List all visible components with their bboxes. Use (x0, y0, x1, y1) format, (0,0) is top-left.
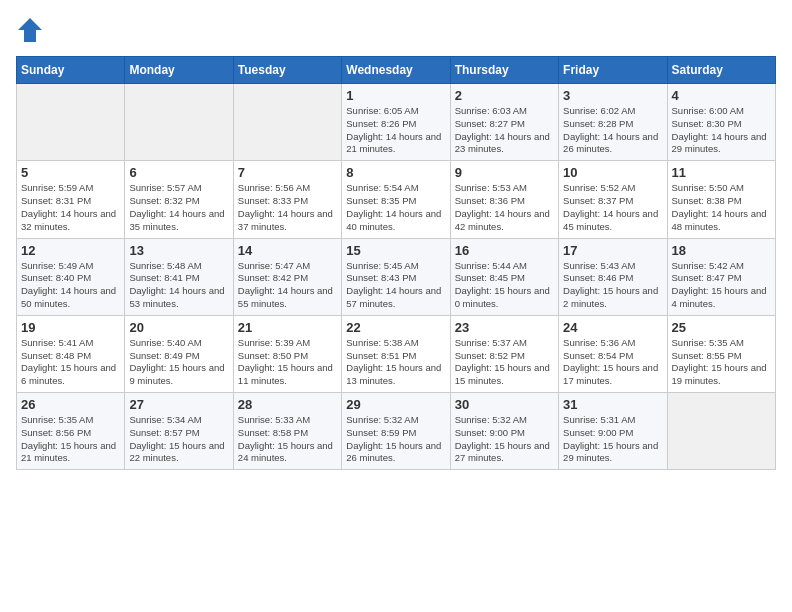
day-number: 17 (563, 243, 662, 258)
calendar-cell: 4Sunrise: 6:00 AMSunset: 8:30 PMDaylight… (667, 84, 775, 161)
calendar-header: SundayMondayTuesdayWednesdayThursdayFrid… (17, 57, 776, 84)
calendar-cell (233, 84, 341, 161)
calendar-cell: 28Sunrise: 5:33 AMSunset: 8:58 PMDayligh… (233, 393, 341, 470)
day-number: 22 (346, 320, 445, 335)
calendar-cell: 5Sunrise: 5:59 AMSunset: 8:31 PMDaylight… (17, 161, 125, 238)
calendar-cell: 24Sunrise: 5:36 AMSunset: 8:54 PMDayligh… (559, 315, 667, 392)
calendar-cell: 25Sunrise: 5:35 AMSunset: 8:55 PMDayligh… (667, 315, 775, 392)
calendar-cell (17, 84, 125, 161)
calendar-cell: 29Sunrise: 5:32 AMSunset: 8:59 PMDayligh… (342, 393, 450, 470)
day-number: 29 (346, 397, 445, 412)
calendar-cell: 20Sunrise: 5:40 AMSunset: 8:49 PMDayligh… (125, 315, 233, 392)
day-info: Sunrise: 5:43 AMSunset: 8:46 PMDaylight:… (563, 260, 662, 311)
logo-icon (16, 16, 44, 44)
calendar-cell: 17Sunrise: 5:43 AMSunset: 8:46 PMDayligh… (559, 238, 667, 315)
day-number: 23 (455, 320, 554, 335)
calendar-cell: 3Sunrise: 6:02 AMSunset: 8:28 PMDaylight… (559, 84, 667, 161)
weekday-header: Monday (125, 57, 233, 84)
calendar-cell: 8Sunrise: 5:54 AMSunset: 8:35 PMDaylight… (342, 161, 450, 238)
day-info: Sunrise: 5:34 AMSunset: 8:57 PMDaylight:… (129, 414, 228, 465)
day-number: 21 (238, 320, 337, 335)
calendar-cell: 18Sunrise: 5:42 AMSunset: 8:47 PMDayligh… (667, 238, 775, 315)
calendar-cell: 11Sunrise: 5:50 AMSunset: 8:38 PMDayligh… (667, 161, 775, 238)
day-info: Sunrise: 5:38 AMSunset: 8:51 PMDaylight:… (346, 337, 445, 388)
calendar-cell: 22Sunrise: 5:38 AMSunset: 8:51 PMDayligh… (342, 315, 450, 392)
day-number: 25 (672, 320, 771, 335)
weekday-header: Wednesday (342, 57, 450, 84)
calendar-cell: 30Sunrise: 5:32 AMSunset: 9:00 PMDayligh… (450, 393, 558, 470)
day-info: Sunrise: 5:41 AMSunset: 8:48 PMDaylight:… (21, 337, 120, 388)
day-info: Sunrise: 6:02 AMSunset: 8:28 PMDaylight:… (563, 105, 662, 156)
day-info: Sunrise: 5:52 AMSunset: 8:37 PMDaylight:… (563, 182, 662, 233)
day-number: 9 (455, 165, 554, 180)
calendar-cell: 19Sunrise: 5:41 AMSunset: 8:48 PMDayligh… (17, 315, 125, 392)
day-number: 27 (129, 397, 228, 412)
day-number: 3 (563, 88, 662, 103)
logo (16, 16, 48, 44)
weekday-header: Saturday (667, 57, 775, 84)
day-info: Sunrise: 5:47 AMSunset: 8:42 PMDaylight:… (238, 260, 337, 311)
day-number: 2 (455, 88, 554, 103)
svg-marker-0 (18, 18, 42, 42)
day-number: 14 (238, 243, 337, 258)
calendar-cell: 14Sunrise: 5:47 AMSunset: 8:42 PMDayligh… (233, 238, 341, 315)
day-info: Sunrise: 5:33 AMSunset: 8:58 PMDaylight:… (238, 414, 337, 465)
day-info: Sunrise: 5:45 AMSunset: 8:43 PMDaylight:… (346, 260, 445, 311)
day-info: Sunrise: 5:40 AMSunset: 8:49 PMDaylight:… (129, 337, 228, 388)
calendar-cell: 31Sunrise: 5:31 AMSunset: 9:00 PMDayligh… (559, 393, 667, 470)
calendar-week-row: 1Sunrise: 6:05 AMSunset: 8:26 PMDaylight… (17, 84, 776, 161)
day-info: Sunrise: 5:32 AMSunset: 8:59 PMDaylight:… (346, 414, 445, 465)
day-info: Sunrise: 5:39 AMSunset: 8:50 PMDaylight:… (238, 337, 337, 388)
calendar-cell: 6Sunrise: 5:57 AMSunset: 8:32 PMDaylight… (125, 161, 233, 238)
calendar-cell (125, 84, 233, 161)
page-header (16, 16, 776, 44)
calendar-cell: 23Sunrise: 5:37 AMSunset: 8:52 PMDayligh… (450, 315, 558, 392)
calendar-cell: 27Sunrise: 5:34 AMSunset: 8:57 PMDayligh… (125, 393, 233, 470)
weekday-header: Friday (559, 57, 667, 84)
day-number: 26 (21, 397, 120, 412)
day-info: Sunrise: 5:31 AMSunset: 9:00 PMDaylight:… (563, 414, 662, 465)
day-number: 4 (672, 88, 771, 103)
day-info: Sunrise: 5:50 AMSunset: 8:38 PMDaylight:… (672, 182, 771, 233)
day-info: Sunrise: 5:57 AMSunset: 8:32 PMDaylight:… (129, 182, 228, 233)
day-number: 19 (21, 320, 120, 335)
day-number: 31 (563, 397, 662, 412)
day-number: 16 (455, 243, 554, 258)
calendar-cell: 10Sunrise: 5:52 AMSunset: 8:37 PMDayligh… (559, 161, 667, 238)
day-number: 7 (238, 165, 337, 180)
day-info: Sunrise: 6:00 AMSunset: 8:30 PMDaylight:… (672, 105, 771, 156)
weekday-header: Tuesday (233, 57, 341, 84)
weekday-header: Thursday (450, 57, 558, 84)
day-info: Sunrise: 5:32 AMSunset: 9:00 PMDaylight:… (455, 414, 554, 465)
calendar-cell: 9Sunrise: 5:53 AMSunset: 8:36 PMDaylight… (450, 161, 558, 238)
day-info: Sunrise: 5:44 AMSunset: 8:45 PMDaylight:… (455, 260, 554, 311)
calendar-cell: 15Sunrise: 5:45 AMSunset: 8:43 PMDayligh… (342, 238, 450, 315)
day-info: Sunrise: 5:35 AMSunset: 8:55 PMDaylight:… (672, 337, 771, 388)
weekday-row: SundayMondayTuesdayWednesdayThursdayFrid… (17, 57, 776, 84)
day-number: 18 (672, 243, 771, 258)
day-info: Sunrise: 5:48 AMSunset: 8:41 PMDaylight:… (129, 260, 228, 311)
day-info: Sunrise: 5:35 AMSunset: 8:56 PMDaylight:… (21, 414, 120, 465)
day-number: 20 (129, 320, 228, 335)
day-info: Sunrise: 5:37 AMSunset: 8:52 PMDaylight:… (455, 337, 554, 388)
weekday-header: Sunday (17, 57, 125, 84)
day-number: 6 (129, 165, 228, 180)
day-number: 12 (21, 243, 120, 258)
day-number: 10 (563, 165, 662, 180)
day-number: 5 (21, 165, 120, 180)
day-info: Sunrise: 5:49 AMSunset: 8:40 PMDaylight:… (21, 260, 120, 311)
calendar-cell: 1Sunrise: 6:05 AMSunset: 8:26 PMDaylight… (342, 84, 450, 161)
calendar-table: SundayMondayTuesdayWednesdayThursdayFrid… (16, 56, 776, 470)
day-number: 24 (563, 320, 662, 335)
day-number: 8 (346, 165, 445, 180)
calendar-body: 1Sunrise: 6:05 AMSunset: 8:26 PMDaylight… (17, 84, 776, 470)
day-number: 13 (129, 243, 228, 258)
day-number: 28 (238, 397, 337, 412)
calendar-cell: 13Sunrise: 5:48 AMSunset: 8:41 PMDayligh… (125, 238, 233, 315)
day-number: 30 (455, 397, 554, 412)
calendar-week-row: 5Sunrise: 5:59 AMSunset: 8:31 PMDaylight… (17, 161, 776, 238)
day-info: Sunrise: 5:56 AMSunset: 8:33 PMDaylight:… (238, 182, 337, 233)
calendar-cell: 12Sunrise: 5:49 AMSunset: 8:40 PMDayligh… (17, 238, 125, 315)
day-info: Sunrise: 6:05 AMSunset: 8:26 PMDaylight:… (346, 105, 445, 156)
day-number: 1 (346, 88, 445, 103)
